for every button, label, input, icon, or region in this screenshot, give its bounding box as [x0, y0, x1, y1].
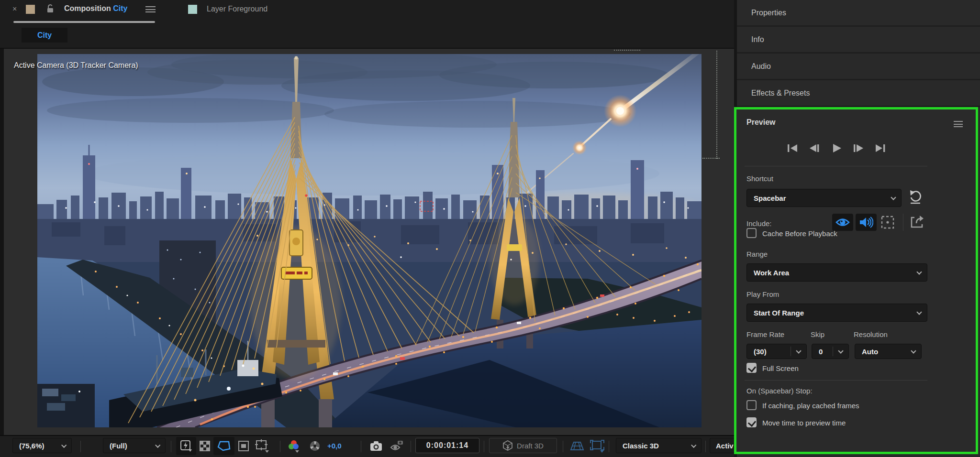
- magnification-value: (75,6%): [19, 442, 45, 450]
- extended-viewer-icon: [590, 439, 605, 453]
- chevron-down-icon: [691, 443, 696, 448]
- eye-icon: [835, 217, 850, 228]
- mask-visibility-button[interactable]: [213, 437, 234, 455]
- range-dropdown[interactable]: Work Area: [746, 263, 927, 282]
- frame-rate-dropdown[interactable]: (30): [746, 344, 807, 359]
- play-button[interactable]: [828, 142, 845, 154]
- play-from-dropdown[interactable]: Start Of Range: [746, 304, 927, 322]
- active-camera-label: Active Camera (3D Tracker Camera): [14, 61, 138, 70]
- if-caching-checkbox[interactable]: [746, 400, 757, 410]
- layer-bounds-dashed-line: [702, 158, 720, 159]
- guides-options-button[interactable]: [253, 437, 272, 455]
- include-audio-toggle[interactable]: [856, 214, 877, 231]
- tab-layer-foreground[interactable]: Layer Foreground: [207, 5, 267, 13]
- reset-button[interactable]: [909, 190, 922, 207]
- sidebar-item-effects-presets[interactable]: Effects & Presets: [737, 80, 980, 107]
- chevron-down-icon: [838, 348, 843, 353]
- aperture-icon: [309, 440, 321, 452]
- active-tab-underline: [13, 21, 155, 23]
- composition-viewer-pane: × Composition City Layer Foreground City…: [0, 0, 734, 457]
- close-tab-icon[interactable]: ×: [12, 5, 17, 13]
- preview-resolution-dropdown[interactable]: Auto: [855, 344, 922, 359]
- chevron-down-icon: [155, 443, 160, 448]
- next-frame-icon: [852, 143, 865, 153]
- range-value: Work Area: [754, 269, 789, 277]
- speaker-icon: [859, 217, 873, 228]
- tab-composition-city[interactable]: Composition City: [64, 4, 127, 13]
- extended-viewer-button[interactable]: [588, 437, 607, 455]
- region-of-interest-button[interactable]: [235, 437, 252, 455]
- on-stop-label: On (Spacebar) Stop:: [746, 387, 813, 395]
- view-layout-dropdown[interactable]: Activ: [710, 438, 734, 453]
- chevron-down-icon: [796, 348, 801, 353]
- preview-resolution-value: Auto: [862, 348, 878, 356]
- shortcut-dropdown[interactable]: Spacebar: [746, 189, 902, 207]
- current-time-field[interactable]: 0:00:01:14: [415, 438, 479, 453]
- magnification-dropdown[interactable]: (75,6%): [12, 438, 72, 453]
- tab-label: Composition: [64, 4, 111, 12]
- snapshot-eye-icon: [390, 440, 403, 452]
- snapshot-button[interactable]: [368, 437, 385, 455]
- composition-image[interactable]: [37, 54, 702, 427]
- include-video-toggle[interactable]: [832, 214, 853, 231]
- renderer-dropdown[interactable]: Classic 3D: [616, 438, 702, 453]
- unlock-icon[interactable]: [47, 4, 55, 15]
- checkerboard-icon: [200, 441, 210, 451]
- shortcut-value: Spacebar: [754, 194, 786, 202]
- include-overlays-toggle[interactable]: [881, 216, 894, 231]
- composition-color-swatch: [26, 5, 35, 14]
- first-frame-button[interactable]: [784, 142, 801, 154]
- tab-comp-name: City: [113, 4, 127, 12]
- chevron-down-icon: [891, 195, 896, 200]
- composition-view-area[interactable]: Active Camera (3D Tracker Camera): [0, 48, 734, 435]
- camera-icon: [370, 441, 382, 451]
- fast-previews-button[interactable]: [176, 437, 196, 455]
- move-time-checkbox[interactable]: [746, 417, 757, 427]
- viewer-comp-chip[interactable]: City: [22, 28, 67, 43]
- chevron-down-icon: [916, 269, 922, 274]
- skip-label: Skip: [811, 330, 824, 338]
- show-snapshot-button[interactable]: [388, 437, 406, 455]
- layer-bounds-dashed-line: [716, 51, 717, 159]
- layer-color-swatch: [188, 5, 197, 14]
- cache-before-playback-label: Cache Before Playback: [762, 229, 837, 238]
- next-frame-button[interactable]: [850, 142, 867, 154]
- timecode-value: 0:00:01:14: [426, 441, 468, 450]
- sidebar-item-info[interactable]: Info: [737, 27, 980, 54]
- draft-3d-button[interactable]: Draft 3D: [489, 438, 557, 453]
- preview-panel: Preview Shortcut Spacebar: [734, 107, 978, 454]
- play-icon: [831, 143, 842, 153]
- ground-plane-icon: [570, 441, 584, 451]
- last-frame-button[interactable]: [872, 142, 889, 154]
- show-channel-button[interactable]: [285, 437, 302, 455]
- skip-value: 0: [819, 348, 823, 356]
- sidebar-item-label: Effects & Presets: [751, 89, 810, 98]
- sidebar-item-properties[interactable]: Properties: [737, 0, 980, 27]
- panel-menu-icon[interactable]: [145, 6, 156, 12]
- track-point-marker: [305, 194, 307, 196]
- shortcut-label: Shortcut: [746, 174, 773, 183]
- sidebar-item-label: Properties: [751, 9, 786, 17]
- move-time-label: Move time to preview time: [762, 419, 846, 427]
- pane-edge: [0, 49, 4, 435]
- full-screen-checkbox[interactable]: [746, 363, 757, 373]
- panel-menu-icon[interactable]: [954, 121, 963, 127]
- viewer-tab-strip: × Composition City Layer Foreground: [0, 0, 734, 25]
- frame-rate-value: (30): [754, 348, 767, 356]
- pier: [37, 384, 95, 427]
- preview-on-device-button[interactable]: [910, 215, 924, 231]
- transparency-grid-button[interactable]: [197, 437, 212, 455]
- cache-before-playback-checkbox[interactable]: [746, 228, 757, 238]
- sidebar-item-audio[interactable]: Audio: [737, 54, 980, 80]
- skip-dropdown[interactable]: 0: [812, 344, 849, 359]
- overlays-icon: [881, 216, 894, 229]
- reset-exposure-button[interactable]: [307, 437, 323, 455]
- exposure-value[interactable]: +0,0: [327, 442, 342, 450]
- bridge-dusk-scene: [37, 54, 702, 427]
- frame-rate-label: Frame Rate: [746, 330, 784, 338]
- ground-plane-button[interactable]: [568, 437, 586, 455]
- resolution-dropdown[interactable]: (Full): [103, 438, 166, 453]
- previous-frame-button[interactable]: [806, 142, 823, 154]
- play-from-label: Play From: [746, 290, 779, 298]
- rgb-channels-icon: [287, 439, 301, 453]
